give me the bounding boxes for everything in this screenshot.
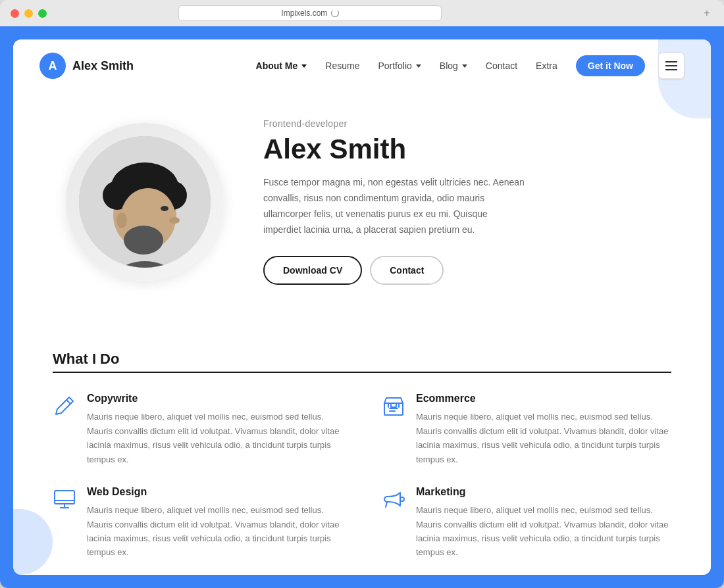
service-item-marketing: Marketing Mauris neque libero, aliquet v… [382, 486, 671, 560]
service-item-webdesign: Web Design Mauris neque libero, aliquet … [53, 486, 342, 560]
svg-point-13 [124, 226, 163, 255]
nav-item-portfolio[interactable]: Portfolio [378, 61, 421, 71]
close-button[interactable] [11, 9, 19, 18]
hero-content: Frontend-developer Alex Smith Fusce temp… [263, 118, 658, 285]
nav-item-cta[interactable]: Get it Now [576, 55, 645, 76]
logo[interactable]: A Alex Smith [39, 53, 134, 79]
chevron-down-icon [301, 64, 307, 68]
hamburger-line-1 [665, 61, 677, 62]
nav-link-cta[interactable]: Get it Now [576, 55, 645, 76]
service-desc-copywrite: Mauris neque libero, aliquet vel mollis … [87, 410, 342, 466]
service-title-copywrite: Copywrite [87, 393, 342, 404]
url-text: Impixels.com [281, 9, 327, 18]
chevron-down-icon [462, 64, 467, 68]
navbar: A Alex Smith About Me Resume [13, 39, 711, 92]
browser-window: Impixels.com + A Alex Smith [0, 0, 724, 588]
section-divider [53, 372, 671, 373]
services-grid: Copywrite Mauris neque libero, aliquet v… [53, 393, 671, 560]
service-content-ecommerce: Ecommerce Mauris neque libero, aliquet v… [416, 393, 671, 466]
service-desc-webdesign: Mauris neque libero, aliquet vel mollis … [87, 503, 342, 560]
megaphone-icon [382, 487, 405, 511]
svg-point-29 [400, 497, 404, 501]
service-desc-marketing: Mauris neque libero, aliquet vel mollis … [416, 503, 671, 560]
svg-line-28 [386, 502, 387, 507]
contact-button[interactable]: Contact [370, 256, 444, 285]
svg-point-15 [161, 206, 168, 211]
profile-image-wrapper [66, 123, 224, 281]
store-icon [382, 394, 405, 418]
chevron-down-icon [416, 64, 421, 68]
hamburger-line-3 [665, 69, 677, 70]
pencil-icon [53, 394, 76, 418]
hero-title: Alex Smith [263, 134, 658, 164]
service-title-ecommerce: Ecommerce [416, 393, 671, 404]
logo-name: Alex Smith [72, 59, 134, 73]
browser-content: A Alex Smith About Me Resume [0, 26, 724, 588]
svg-point-16 [116, 212, 127, 228]
svg-rect-24 [55, 491, 74, 504]
download-cv-button[interactable]: Download CV [263, 256, 362, 285]
nav-link-about[interactable]: About Me [256, 61, 307, 71]
svg-rect-21 [391, 403, 396, 407]
hamburger-line-2 [665, 65, 677, 66]
nav-link-blog[interactable]: Blog [440, 61, 467, 71]
what-i-do-section: What I Do Copywri [13, 324, 711, 575]
service-content-marketing: Marketing Mauris neque libero, aliquet v… [416, 486, 671, 560]
nav-link-portfolio[interactable]: Portfolio [378, 61, 421, 71]
nav-item-blog[interactable]: Blog [440, 61, 467, 71]
refresh-icon[interactable] [331, 9, 339, 17]
hamburger-button[interactable] [658, 53, 685, 79]
nav-link-contact[interactable]: Contact [486, 61, 517, 71]
service-item-ecommerce: Ecommerce Mauris neque libero, aliquet v… [382, 393, 671, 466]
svg-point-14 [169, 217, 180, 224]
monitor-icon [53, 487, 76, 511]
service-desc-ecommerce: Mauris neque libero, aliquet vel mollis … [416, 410, 671, 466]
nav-link-extra[interactable]: Extra [536, 61, 557, 71]
what-i-do-title: What I Do [53, 351, 671, 368]
service-content-webdesign: Web Design Mauris neque libero, aliquet … [87, 486, 342, 560]
hero-section: Frontend-developer Alex Smith Fusce temp… [13, 92, 711, 324]
service-content-copywrite: Copywrite Mauris neque libero, aliquet v… [87, 393, 342, 466]
nav-item-contact[interactable]: Contact [486, 61, 517, 71]
profile-portrait [79, 136, 211, 268]
nav-menu: About Me Resume Portfolio [256, 55, 645, 76]
portrait-svg [79, 136, 211, 268]
svg-line-17 [66, 400, 70, 404]
nav-item-about[interactable]: About Me [256, 61, 307, 71]
new-tab-button[interactable]: + [700, 7, 713, 20]
maximize-button[interactable] [38, 9, 47, 18]
nav-item-extra[interactable]: Extra [536, 61, 557, 71]
minimize-button[interactable] [24, 9, 33, 18]
browser-titlebar: Impixels.com + [0, 0, 724, 26]
nav-item-resume[interactable]: Resume [325, 61, 359, 71]
hero-buttons: Download CV Contact [263, 256, 658, 285]
service-title-webdesign: Web Design [87, 486, 342, 498]
logo-avatar: A [39, 53, 66, 79]
hero-description: Fusce tempor magna mi, non egestas velit… [263, 175, 527, 237]
service-title-marketing: Marketing [416, 486, 671, 498]
hero-subtitle: Frontend-developer [263, 118, 658, 129]
service-item-copywrite: Copywrite Mauris neque libero, aliquet v… [53, 393, 342, 466]
main-card: A Alex Smith About Me Resume [13, 39, 711, 575]
nav-link-resume[interactable]: Resume [325, 61, 359, 71]
address-bar[interactable]: Impixels.com [178, 5, 442, 21]
